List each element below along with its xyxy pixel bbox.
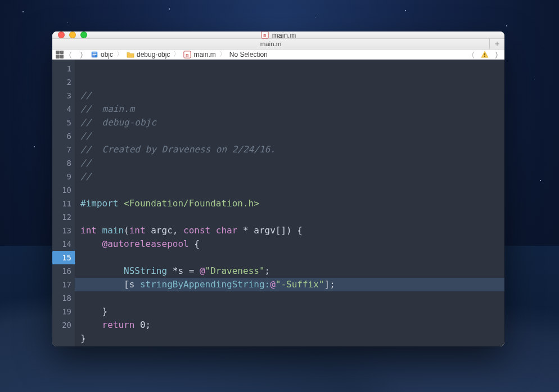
line-number[interactable]: 12 — [52, 210, 71, 224]
crumb-separator-icon: 〉 — [172, 49, 181, 59]
code-line[interactable]: int main(int argc, const char * argv[]) … — [80, 224, 504, 237]
svg-rect-4 — [93, 54, 97, 55]
svg-text:m: m — [263, 33, 266, 38]
crumb-separator-icon: 〉 — [218, 49, 227, 59]
code-line[interactable]: @autoreleasepool { — [80, 237, 504, 251]
related-items-button[interactable] — [56, 51, 64, 58]
code-line[interactable]: NSString *s = @"Draveness"; — [80, 264, 504, 278]
line-number-gutter[interactable]: 1234567891011121314151617181920 — [52, 60, 75, 346]
crumb-label: No Selection — [229, 51, 268, 58]
crumb-separator-icon: 〉 — [115, 49, 124, 59]
code-line[interactable]: } — [80, 305, 504, 318]
code-line[interactable]: return 0; — [80, 318, 504, 332]
tab-label: main.m — [260, 40, 282, 47]
line-number[interactable]: 20 — [52, 318, 71, 332]
code-line[interactable]: // — [80, 129, 504, 143]
line-number[interactable]: 17 — [52, 278, 71, 291]
code-line[interactable]: [s stringByAppendingString:@"-Suffix"]; — [75, 278, 504, 291]
svg-point-9 — [484, 56, 485, 57]
issue-forward-button[interactable]: 〉 — [492, 51, 501, 58]
m-file-icon: m — [261, 31, 269, 39]
line-number[interactable]: 14 — [52, 237, 71, 251]
crumb-label: objc — [101, 51, 113, 58]
new-tab-button[interactable]: ＋ — [490, 39, 504, 49]
code-line[interactable] — [80, 291, 504, 305]
line-number[interactable]: 8 — [52, 156, 71, 170]
crumb-label: debug-objc — [137, 51, 170, 58]
history-back-button[interactable]: 〈 — [66, 51, 75, 58]
line-number[interactable]: 9 — [52, 170, 71, 183]
crumb-file[interactable]: m main.m — [181, 51, 218, 58]
code-line[interactable]: // — [80, 170, 504, 183]
line-number[interactable]: 2 — [52, 75, 71, 89]
window-title-text: main.m — [272, 31, 296, 39]
breadcrumb: objc 〉 debug-objc 〉 m main.m 〉 No Select… — [88, 49, 270, 59]
line-number[interactable]: 5 — [52, 116, 71, 129]
titlebar[interactable]: m main.m — [52, 31, 504, 39]
m-file-icon: m — [183, 51, 191, 58]
editor-window: m main.m main.m ＋ 〈 〉 objc 〉 — [52, 31, 504, 346]
code-line[interactable] — [80, 251, 504, 264]
line-number[interactable]: 18 — [52, 291, 71, 305]
code-line[interactable]: // — [80, 89, 504, 102]
svg-rect-5 — [93, 55, 95, 56]
line-number[interactable]: 11 — [52, 197, 71, 210]
folder-icon — [127, 51, 134, 58]
line-number[interactable]: 13 — [52, 224, 71, 237]
code-line[interactable]: // debug-objc — [80, 116, 504, 129]
code-line[interactable]: // Created by Draveness on 2/24/16. — [80, 143, 504, 156]
line-number[interactable]: 1 — [52, 62, 71, 75]
crumb-label: main.m — [193, 51, 215, 58]
jump-bar: 〈 〉 objc 〉 debug-objc 〉 m main.m 〉 — [52, 49, 504, 60]
svg-rect-3 — [93, 52, 97, 53]
line-number[interactable]: 6 — [52, 129, 71, 143]
tab-main-m[interactable]: main.m — [52, 39, 490, 49]
crumb-selection[interactable]: No Selection — [227, 51, 270, 58]
history-forward-button[interactable]: 〉 — [77, 51, 86, 58]
crumb-folder[interactable]: debug-objc — [124, 51, 172, 58]
code-line[interactable] — [80, 183, 504, 197]
project-icon — [91, 51, 98, 58]
line-number[interactable]: 15 — [52, 251, 75, 264]
code-line[interactable]: #import <Foundation/Foundation.h> — [80, 197, 504, 210]
line-number[interactable]: 7 — [52, 143, 71, 156]
window-title: m main.m — [52, 31, 504, 39]
line-number[interactable]: 16 — [52, 264, 71, 278]
plus-icon: ＋ — [493, 39, 501, 49]
code-line[interactable]: // — [80, 156, 504, 170]
code-area[interactable]: //// main.m// debug-objc//// Created by … — [75, 60, 504, 346]
line-number[interactable]: 10 — [52, 183, 71, 197]
warning-icon[interactable] — [481, 51, 489, 58]
issue-back-button[interactable]: 〈 — [468, 51, 477, 58]
code-line[interactable] — [80, 345, 504, 346]
crumb-project[interactable]: objc — [88, 51, 115, 58]
code-line[interactable]: // main.m — [80, 102, 504, 116]
svg-rect-8 — [484, 53, 485, 55]
code-editor[interactable]: 1234567891011121314151617181920 //// mai… — [52, 60, 504, 346]
tab-bar: main.m ＋ — [52, 39, 504, 49]
code-line[interactable]: } — [80, 332, 504, 345]
svg-text:m: m — [186, 52, 189, 57]
code-line[interactable] — [80, 210, 504, 224]
line-number[interactable]: 4 — [52, 102, 71, 116]
line-number[interactable]: 19 — [52, 305, 71, 318]
line-number[interactable]: 3 — [52, 89, 71, 102]
